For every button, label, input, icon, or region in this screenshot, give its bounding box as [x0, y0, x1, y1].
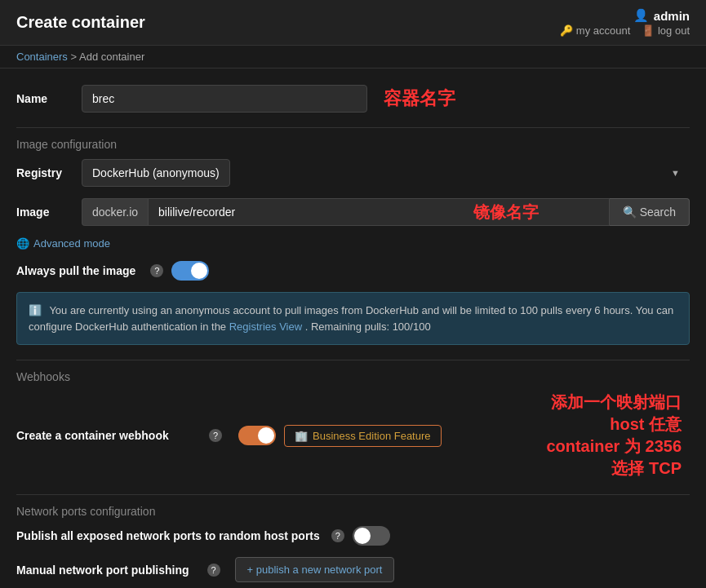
webhook-toggle[interactable] — [238, 426, 276, 445]
advanced-mode-label: Advanced mode — [33, 237, 110, 250]
publish-exposed-help[interactable]: ? — [331, 529, 344, 542]
business-label: Business Edition Feature — [313, 430, 431, 442]
webhook-help[interactable]: ? — [209, 429, 222, 442]
header-links: 🔑 my account 🚪 log out — [560, 24, 690, 37]
annotation-line4: 选择 TCP — [611, 458, 682, 480]
advanced-mode-link[interactable]: 🌐 Advanced mode — [16, 237, 690, 250]
info-box: ℹ️ You are currently using an anonymous … — [16, 292, 690, 345]
breadcrumb-containers[interactable]: Containers — [16, 51, 68, 63]
registry-select[interactable]: DockerHub (anonymous) — [82, 159, 230, 187]
always-pull-label: Always pull the image — [16, 264, 135, 277]
main-content: Name 容器名字 Image configuration Registry D… — [0, 69, 706, 588]
my-account-link[interactable]: 🔑 my account — [560, 24, 630, 37]
port-annotation-block: 添加一个映射端口 host 任意 container 为 2356 选择 TCP — [450, 391, 690, 480]
webhooks-label: Webhooks — [16, 360, 690, 383]
name-annotation: 容器名字 — [384, 86, 455, 111]
registry-label: Registry — [16, 166, 82, 179]
image-name-input[interactable] — [148, 198, 610, 226]
business-badge: 🏢 Business Edition Feature — [284, 425, 442, 447]
header-user: 👤 admin — [633, 8, 690, 23]
header-title: Create container — [16, 13, 145, 32]
image-prefix: docker.io — [82, 198, 148, 226]
business-icon: 🏢 — [295, 430, 308, 442]
breadcrumb: Containers > Add container — [0, 46, 706, 69]
username: admin — [654, 9, 690, 23]
annotation-line2: host 任意 — [610, 413, 682, 435]
annotation-line3: container 为 2356 — [546, 435, 682, 458]
registry-select-wrapper: DockerHub (anonymous) — [82, 159, 690, 187]
info-remaining: . Remaining pulls: 100/100 — [305, 321, 431, 333]
network-ports-label: Network ports configuration — [16, 494, 690, 518]
always-pull-help[interactable]: ? — [150, 264, 163, 277]
manual-port-row: Manual network port publishing ? + publi… — [16, 557, 690, 582]
name-input[interactable] — [82, 85, 367, 113]
manual-publish-help[interactable]: ? — [207, 564, 220, 577]
name-row: Name 容器名字 — [16, 85, 690, 113]
publish-exposed-toggle[interactable] — [353, 526, 390, 546]
image-label: Image — [16, 206, 82, 219]
manual-publish-label: Manual network port publishing — [16, 564, 189, 577]
always-pull-row: Always pull the image ? — [16, 261, 690, 281]
logout-link[interactable]: 🚪 log out — [642, 24, 690, 37]
name-label: Name — [16, 92, 82, 105]
header: Create container 👤 admin 🔑 my account 🚪 … — [0, 0, 706, 46]
publish-exposed-label: Publish all exposed network ports to ran… — [16, 529, 320, 542]
breadcrumb-separator: > — [71, 51, 78, 63]
info-icon: ℹ️ — [29, 304, 42, 316]
header-right: 👤 admin 🔑 my account 🚪 log out — [560, 8, 690, 37]
image-config-label: Image configuration — [16, 127, 690, 151]
webhook-row: Create a container webhook ? 🏢 Business … — [16, 391, 690, 480]
webhook-row-label: Create a container webhook — [16, 429, 196, 442]
annotation-line1: 添加一个映射端口 — [551, 391, 682, 413]
image-row: Image docker.io 镜像名字 🔍 Search — [16, 198, 690, 226]
globe-icon: 🌐 — [16, 237, 29, 250]
publish-new-port-button[interactable]: + publish a new network port — [235, 557, 395, 582]
publish-exposed-row: Publish all exposed network ports to ran… — [16, 526, 690, 546]
breadcrumb-current: Add container — [79, 51, 144, 63]
search-button[interactable]: 🔍 Search — [610, 198, 690, 226]
always-pull-toggle[interactable] — [171, 261, 209, 281]
user-icon: 👤 — [633, 8, 649, 23]
registries-link[interactable]: Registries View — [229, 321, 302, 333]
registry-row: Registry DockerHub (anonymous) — [16, 159, 690, 187]
